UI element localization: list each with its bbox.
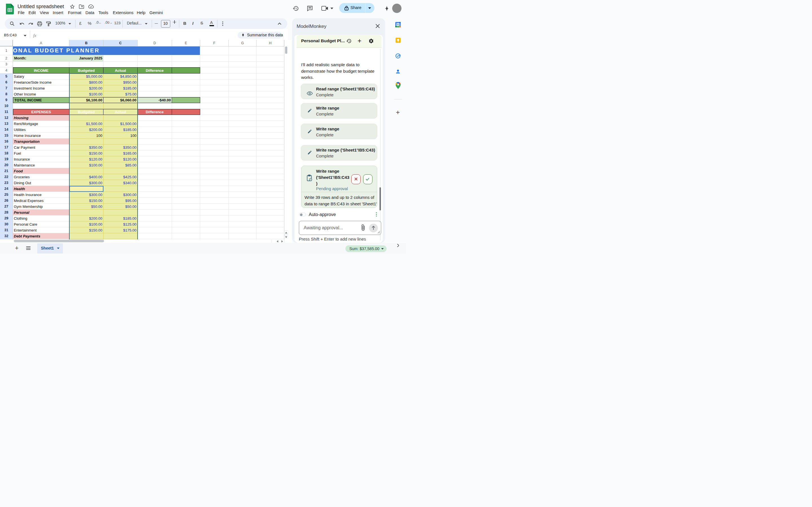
svg-text:31: 31: [397, 23, 399, 26]
